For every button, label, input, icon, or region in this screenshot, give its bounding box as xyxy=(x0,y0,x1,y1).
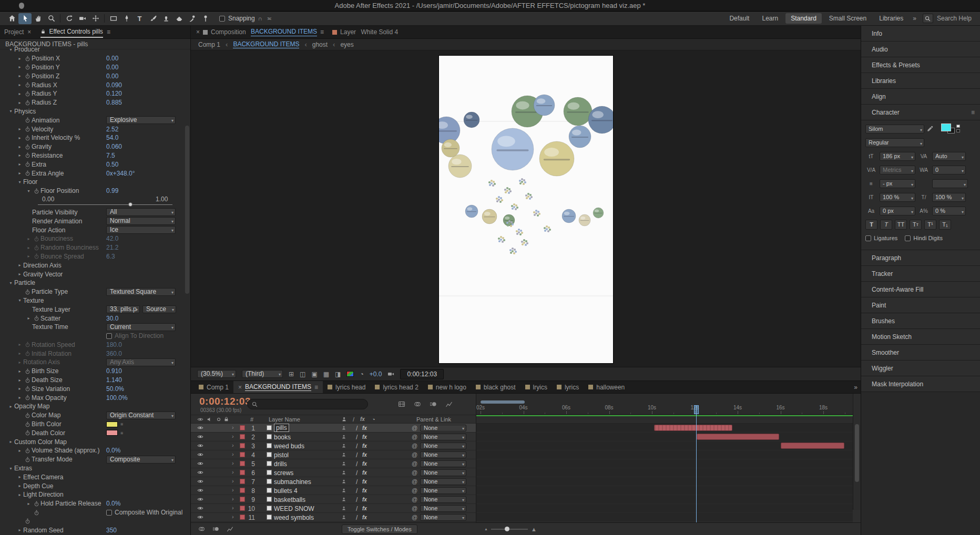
pick-whip-icon[interactable]: @ xyxy=(412,469,417,476)
property-control[interactable]: 0.00 xyxy=(106,55,118,62)
property-control[interactable]: Origin Constant xyxy=(106,411,176,419)
property-dropdown[interactable]: Any Axis xyxy=(106,358,176,366)
eye-icon[interactable] xyxy=(197,434,203,440)
stopwatch-icon[interactable] xyxy=(32,510,40,516)
property-value[interactable]: 0.0% xyxy=(106,500,120,507)
twirl-right-icon[interactable]: ▸ xyxy=(16,171,23,176)
zoom-slider-track[interactable] xyxy=(491,529,528,530)
panel-tracker[interactable]: Tracker xyxy=(861,266,980,282)
stopwatch-icon[interactable] xyxy=(23,430,32,436)
layer-name[interactable]: basketballs xyxy=(274,496,305,503)
layer-name[interactable]: bullets 4 xyxy=(274,487,298,495)
char-left-value-dropdown[interactable]: 100 % xyxy=(880,193,915,202)
stopwatch-icon[interactable] xyxy=(23,117,32,123)
twirl-right-icon[interactable]: ▸ xyxy=(16,369,23,374)
property-value[interactable]: 30.0 xyxy=(106,315,118,322)
checkbox[interactable] xyxy=(106,510,112,516)
playhead-line[interactable] xyxy=(696,405,697,522)
effect-row[interactable]: ▸Bounce Spread6.3 xyxy=(0,252,190,261)
layer-duration-bar[interactable] xyxy=(697,434,779,440)
effect-row[interactable]: ▸Gravity Vector xyxy=(0,270,190,279)
panel-menu-icon[interactable]: ≡ xyxy=(971,105,975,120)
fx-switch[interactable]: fx xyxy=(362,425,367,431)
font-family-dropdown[interactable]: Silom xyxy=(865,125,924,133)
property-value[interactable]: 50.0% xyxy=(106,385,124,393)
type-tool[interactable]: T xyxy=(133,13,146,24)
help-search[interactable]: Search Help xyxy=(923,14,972,23)
effect-row[interactable]: Composite With Original xyxy=(0,508,190,517)
panel-align[interactable]: Align xyxy=(861,89,980,105)
roto-brush-tool[interactable] xyxy=(186,13,199,24)
stopwatch-icon[interactable] xyxy=(23,126,32,132)
transparency-grid-icon[interactable]: ▦ xyxy=(323,371,329,378)
property-control[interactable]: 0.00 xyxy=(106,64,118,71)
property-value[interactable]: 100.0% xyxy=(106,394,128,402)
type-toggle-1[interactable]: T xyxy=(880,220,892,230)
twirl-right-icon[interactable]: ▸ xyxy=(16,395,23,400)
eye-icon[interactable] xyxy=(197,425,203,431)
layer-name[interactable]: books xyxy=(274,434,291,441)
shape-tool[interactable] xyxy=(107,13,120,24)
property-control[interactable]: Ice xyxy=(106,226,176,234)
effect-row[interactable]: ▸Size Variation50.0% xyxy=(0,384,190,393)
frame-blending-toggle-icon[interactable] xyxy=(198,526,205,532)
effect-row[interactable]: ▾Particle xyxy=(0,279,190,287)
layer-name[interactable]: screws xyxy=(274,469,293,477)
stopwatch-icon[interactable] xyxy=(23,368,32,374)
twirl-right-icon[interactable]: ▸ xyxy=(16,91,23,96)
property-control[interactable]: Explosive xyxy=(106,116,176,124)
char-right-value-dropdown[interactable]: Auto xyxy=(932,152,966,161)
property-control[interactable]: 0.910 xyxy=(106,367,122,375)
track-row[interactable] xyxy=(476,477,853,486)
texture-source-dropdown[interactable]: Source xyxy=(142,305,176,313)
effect-row[interactable]: ▸Opacity Map xyxy=(0,402,190,411)
twirl-down-icon[interactable]: ▾ xyxy=(7,109,14,114)
type-toggle-2[interactable]: TT xyxy=(895,220,907,230)
timeline-search-input[interactable] xyxy=(247,399,368,409)
close-tab-icon[interactable]: × xyxy=(196,28,200,36)
effect-row[interactable]: ▸Position Y0.00 xyxy=(0,63,190,72)
effect-row[interactable]: ▾Extras xyxy=(0,464,190,473)
quality-switch[interactable]: / xyxy=(356,443,358,450)
property-control[interactable]: ≡ xyxy=(106,430,123,436)
layer-row-bullets-4[interactable]: ›8bullets 4/fx@None xyxy=(191,486,476,495)
effect-row[interactable]: ▸Custom Color Map xyxy=(0,437,190,446)
motion-blur-toggle-icon[interactable] xyxy=(212,526,219,532)
property-value[interactable]: 2.52 xyxy=(106,126,118,133)
twirl-down-icon[interactable]: ▾ xyxy=(7,47,14,52)
property-value[interactable]: 42.0 xyxy=(106,235,118,242)
brush-tool[interactable] xyxy=(146,13,159,24)
twirl-right-icon[interactable]: ▸ xyxy=(16,56,23,61)
property-control[interactable]: Normal xyxy=(106,217,176,225)
property-value[interactable]: 0.99 xyxy=(106,187,118,194)
layer-row-weed-buds[interactable]: ›3weed buds/fx@None xyxy=(191,441,476,450)
chevron-right-icon[interactable]: › xyxy=(232,424,234,430)
default-stroke-mini-swatch[interactable] xyxy=(956,129,960,132)
effect-row[interactable]: ▾Producer xyxy=(0,45,190,54)
stopwatch-icon[interactable] xyxy=(23,421,32,427)
char-left-value-dropdown[interactable]: 0 px xyxy=(880,207,915,215)
twirl-right-icon[interactable]: ▸ xyxy=(16,145,23,149)
panel-mask-interpolation[interactable]: Mask Interpolation xyxy=(861,376,980,392)
property-control[interactable]: All xyxy=(106,208,176,216)
color-swatch[interactable] xyxy=(106,421,118,427)
property-value[interactable]: 6.3 xyxy=(106,253,115,260)
shy-icon[interactable] xyxy=(341,443,346,448)
effect-row[interactable]: ▸Scatter30.0 xyxy=(0,314,190,323)
twirl-right-icon[interactable]: ▸ xyxy=(25,254,32,259)
twirl-right-icon[interactable]: ▸ xyxy=(25,245,32,250)
twirl-right-icon[interactable]: ▸ xyxy=(25,316,32,321)
twirl-right-icon[interactable]: ▸ xyxy=(25,236,32,241)
twirl-right-icon[interactable]: ▸ xyxy=(16,153,23,158)
floor-position-slider[interactable]: 0.001.00 xyxy=(0,196,190,208)
property-control[interactable]: Any Axis xyxy=(106,358,176,366)
twirl-right-icon[interactable]: ▸ xyxy=(16,136,23,140)
composition-canvas[interactable] xyxy=(439,56,613,363)
slider-track[interactable] xyxy=(38,204,172,205)
twirl-right-icon[interactable]: ▸ xyxy=(16,528,23,532)
mask-visibility-icon[interactable]: ◫ xyxy=(300,371,305,378)
track-row[interactable] xyxy=(476,513,853,522)
stopwatch-icon[interactable] xyxy=(23,448,32,454)
tab-project[interactable]: Project xyxy=(4,28,24,36)
zoom-tool[interactable] xyxy=(45,13,58,24)
